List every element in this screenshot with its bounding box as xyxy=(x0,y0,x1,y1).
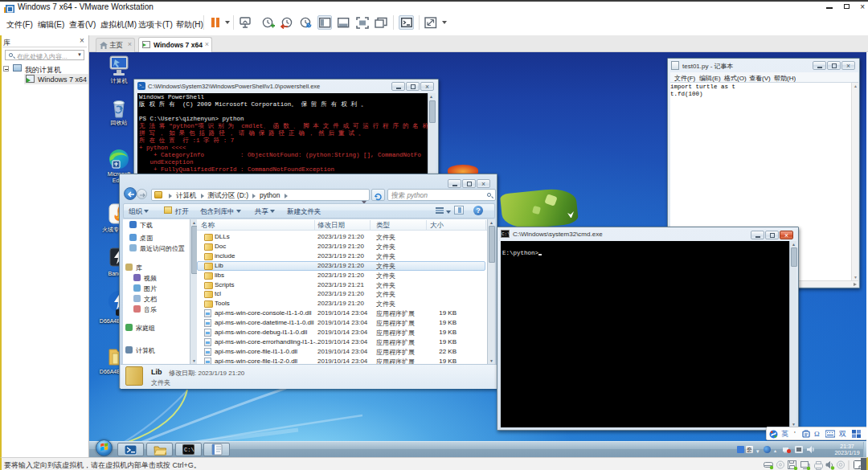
svg-text:C:\: C:\ xyxy=(184,447,194,453)
